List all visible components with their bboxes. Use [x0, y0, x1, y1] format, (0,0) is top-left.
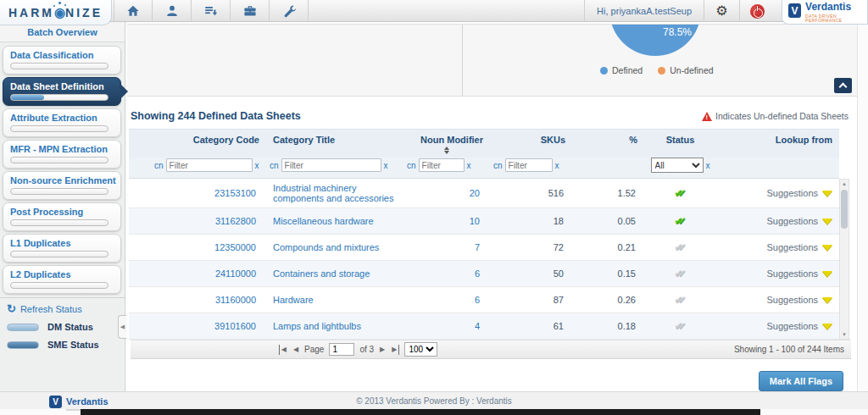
first-page-button[interactable]: ◀ [279, 345, 287, 355]
filter-operator-noun[interactable]: cn [407, 161, 416, 170]
category-code-link[interactable]: 31162800 [215, 216, 256, 226]
noun-modifier-link[interactable]: 7 [475, 242, 480, 252]
scrollbar-thumb[interactable] [841, 190, 848, 229]
sidebar-item-attribute-extraction[interactable]: Attribute Extraction [3, 108, 121, 137]
pagination-controls: ◀ ◀ Page of 3 ▶ ▶ 100 [279, 342, 438, 357]
noun-modifier-link[interactable]: 6 [475, 268, 480, 279]
settings-button[interactable]: ⚙ [704, 0, 739, 22]
category-title-link[interactable]: Miscellaneous hardware [273, 216, 374, 226]
footer-verdantis-logo: V Verdantis [49, 393, 108, 411]
lookup-suggestions-button[interactable]: Suggestions [766, 242, 832, 252]
skus-filter-input[interactable] [505, 158, 553, 172]
tools-button[interactable] [270, 0, 309, 22]
clear-filter-code[interactable]: x [255, 161, 259, 170]
previous-page-button[interactable]: ◀ [292, 345, 299, 355]
lookup-suggestions-button[interactable]: Suggestions [766, 216, 832, 226]
noun-modifier-link[interactable]: 10 [470, 216, 480, 226]
column-header-skus[interactable]: SKUs [490, 130, 572, 158]
last-page-button[interactable]: ▶ [391, 345, 399, 355]
table-row: 31160000 Hardware 6 87 0.26 Suggestions [129, 287, 839, 313]
category-title-link[interactable]: Compounds and mixtures [273, 242, 379, 252]
next-page-button[interactable]: ▶ [379, 345, 386, 355]
column-header-lookup-from[interactable]: Lookup from [716, 130, 839, 158]
percent-value: 0.18 [572, 314, 644, 338]
user-button[interactable] [153, 0, 192, 22]
category-code-link[interactable]: 39101600 [214, 321, 256, 331]
clear-filter-skus[interactable]: x [555, 161, 559, 170]
scroll-up-icon[interactable]: ▲ [842, 180, 847, 188]
category-title-link[interactable]: Containers and storage [273, 268, 370, 279]
batch-log-button[interactable] [192, 0, 231, 22]
noun-modifier-link[interactable]: 6 [475, 295, 480, 305]
noun-modifier-link[interactable]: 20 [470, 188, 480, 198]
dm-status-legend: DM Status [7, 322, 118, 332]
clear-filter-noun[interactable]: x [467, 161, 471, 170]
sidebar-item-l1-duplicates[interactable]: L1 Duplicates [3, 234, 121, 263]
category-code-link[interactable]: 24110000 [215, 268, 256, 279]
sidebar-collapse-handle[interactable]: ◀ [118, 315, 126, 339]
percent-value: 0.21 [572, 235, 644, 259]
home-button[interactable] [114, 0, 153, 22]
pie-percentage-label: 78.5% [663, 26, 692, 38]
skus-value: 516 [490, 184, 572, 202]
status-filter-select[interactable]: All [651, 158, 704, 173]
noun-modifier-filter-input[interactable] [419, 158, 465, 172]
percent-value: 0.26 [572, 288, 644, 312]
status-check-icon [674, 321, 686, 331]
category-code-filter-input[interactable] [166, 158, 253, 172]
home-icon [126, 4, 140, 18]
category-code-link[interactable]: 12350000 [214, 242, 256, 252]
category-title-filter-input[interactable] [281, 158, 381, 172]
sort-icon[interactable] [442, 147, 452, 154]
percent-value: 0.05 [572, 209, 644, 233]
sme-status-pill [7, 341, 39, 349]
app-window: Hi, priyankaA.testSeup ⚙ V Verdantis DAT… [0, 0, 868, 415]
collapse-panel-button[interactable] [834, 78, 852, 93]
filter-operator-title[interactable]: cn [270, 161, 279, 170]
sidebar-item-post-processing[interactable]: Post Processing [3, 202, 121, 231]
category-title-link[interactable]: Lamps and lightbulbs [273, 321, 361, 331]
column-header-noun-modifier[interactable]: Noun Modifier [403, 130, 490, 158]
category-title-link[interactable]: Industrial machinery components and acce… [273, 183, 393, 203]
refresh-status-button[interactable]: ↻ Refresh Status [7, 303, 118, 314]
undefined-legend-dot [658, 67, 665, 75]
page-size-select[interactable]: 100 [404, 342, 437, 357]
filter-operator-skus[interactable]: cn [493, 161, 503, 170]
topbar-right-cluster: Hi, priyankaA.testSeup ⚙ V Verdantis DAT… [584, 0, 868, 22]
category-code-link[interactable]: 23153100 [214, 188, 256, 198]
lookup-suggestions-button[interactable]: Suggestions [766, 295, 832, 305]
action-row: Mark All Flags [127, 371, 843, 391]
brand-name: Verdantis [805, 1, 851, 13]
lookup-suggestions-button[interactable]: Suggestions [766, 188, 832, 198]
sidebar-item-data-sheet-definition[interactable]: Data Sheet Definition [3, 77, 121, 106]
sidebar-item-mfr-mpn-extraction[interactable]: MFR - MPN Extraction [3, 140, 121, 169]
harmonize-logo: HARM◉NIZE [0, 0, 112, 25]
sidebar-item-data-classification[interactable]: Data Classification [3, 46, 121, 75]
mark-all-flags-button[interactable]: Mark All Flags [759, 371, 843, 391]
category-code-link[interactable]: 31160000 [215, 295, 256, 305]
skus-value: 72 [490, 235, 572, 259]
page-number-input[interactable] [329, 343, 354, 356]
column-header-percent[interactable]: % [572, 130, 644, 158]
scroll-down-icon[interactable]: ▼ [842, 330, 847, 339]
sidebar-item-non-source-enrichment[interactable]: Non-source Enrichment [3, 171, 121, 200]
noun-modifier-link[interactable]: 4 [475, 321, 480, 331]
chevron-down-icon [822, 219, 832, 224]
lookup-suggestions-button[interactable]: Suggestions [766, 321, 832, 331]
lookup-suggestions-button[interactable]: Suggestions [766, 268, 832, 279]
user-greeting[interactable]: Hi, priyankaA.testSeup [584, 0, 704, 22]
briefcase-button[interactable] [231, 0, 270, 22]
progress-bar [10, 282, 108, 289]
results-summary: Showing 1 - 100 of 244 Items [734, 345, 851, 354]
sidebar-item-l2-duplicates[interactable]: L2 Duplicates [3, 265, 121, 294]
column-header-status[interactable]: Status [644, 130, 716, 158]
clear-filter-status[interactable]: x [706, 161, 710, 170]
column-header-category-code[interactable]: Category Code [151, 130, 266, 158]
category-title-link[interactable]: Hardware [273, 295, 314, 305]
filter-operator-code[interactable]: cn [154, 161, 164, 170]
brand-tagline: DATA DRIVEN PERFORMANCE [805, 14, 867, 23]
clear-filter-title[interactable]: x [384, 161, 388, 170]
table-scrollbar[interactable]: ▲ ▼ [839, 179, 849, 340]
column-header-category-title[interactable]: Category Title [266, 130, 403, 158]
logout-button[interactable] [739, 0, 775, 22]
